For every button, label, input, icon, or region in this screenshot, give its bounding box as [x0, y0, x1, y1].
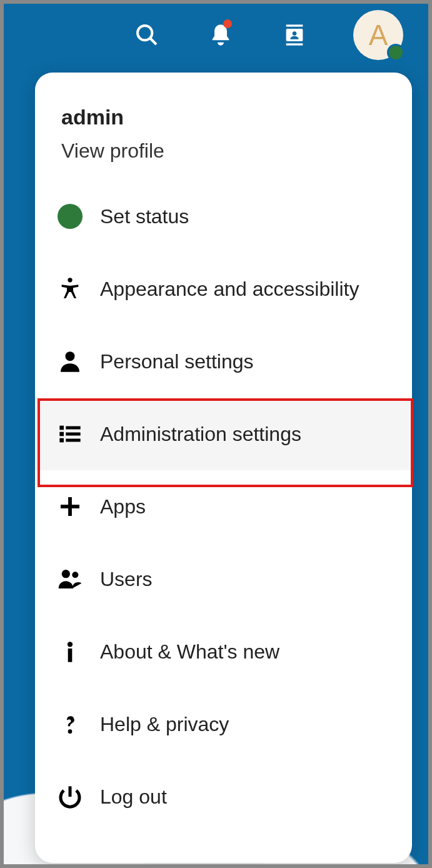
menu-label: Set status — [100, 205, 189, 228]
svg-point-5 — [293, 31, 297, 36]
menu-item-help[interactable]: Help & privacy — [35, 688, 412, 760]
menu-label: Appearance and accessibility — [100, 278, 359, 301]
person-icon — [56, 348, 84, 375]
svg-point-7 — [66, 351, 75, 361]
svg-rect-11 — [66, 433, 80, 436]
info-icon — [56, 638, 84, 665]
svg-rect-8 — [59, 426, 64, 430]
svg-point-17 — [72, 572, 78, 578]
notifications-button[interactable] — [206, 20, 236, 50]
svg-rect-9 — [66, 426, 80, 430]
users-icon — [56, 565, 84, 593]
status-icon — [56, 203, 84, 230]
menu-item-administration-settings[interactable]: Administration settings — [35, 398, 412, 470]
menu-item-logout[interactable]: Log out — [35, 760, 412, 833]
menu-item-personal-settings[interactable]: Personal settings — [35, 325, 412, 398]
username: admin — [61, 105, 386, 129]
view-profile-link[interactable]: View profile — [61, 139, 386, 163]
menu-label: Log out — [100, 785, 167, 809]
user-menu-dropdown: admin View profile Set status Appearance… — [35, 73, 412, 863]
menu-item-appearance[interactable]: Appearance and accessibility — [35, 253, 412, 325]
svg-point-0 — [138, 26, 152, 40]
menu-item-users[interactable]: Users — [35, 543, 412, 615]
svg-line-1 — [150, 38, 156, 44]
svg-rect-12 — [59, 438, 64, 443]
svg-rect-13 — [66, 439, 80, 442]
svg-rect-10 — [59, 432, 64, 437]
menu-label: Help & privacy — [100, 713, 229, 736]
plus-icon — [56, 493, 84, 520]
question-icon — [56, 710, 84, 738]
notification-dot — [223, 19, 232, 28]
accessibility-icon — [56, 275, 84, 303]
svg-rect-19 — [68, 648, 73, 662]
power-icon — [56, 783, 84, 810]
svg-rect-3 — [286, 43, 303, 45]
avatar-button[interactable]: A — [353, 10, 403, 60]
menu-item-set-status[interactable]: Set status — [35, 180, 412, 253]
search-icon — [134, 23, 159, 48]
contacts-icon — [282, 23, 307, 48]
svg-point-16 — [62, 570, 70, 578]
menu-item-apps[interactable]: Apps — [35, 470, 412, 543]
svg-rect-2 — [286, 24, 303, 26]
avatar-initial: A — [369, 18, 388, 52]
search-button[interactable] — [132, 20, 162, 50]
menu-label: Personal settings — [100, 350, 253, 373]
menu-label: About & What's new — [100, 640, 279, 664]
topbar: A — [4, 4, 428, 66]
menu-label: Administration settings — [100, 423, 301, 446]
menu-item-about[interactable]: About & What's new — [35, 615, 412, 688]
menu-label: Apps — [100, 495, 146, 518]
menu-label: Users — [100, 568, 153, 591]
status-indicator — [387, 44, 404, 61]
contacts-button[interactable] — [279, 20, 309, 50]
svg-point-18 — [68, 642, 73, 647]
svg-point-20 — [68, 729, 73, 734]
svg-point-6 — [68, 278, 72, 282]
admin-settings-icon — [56, 420, 84, 448]
